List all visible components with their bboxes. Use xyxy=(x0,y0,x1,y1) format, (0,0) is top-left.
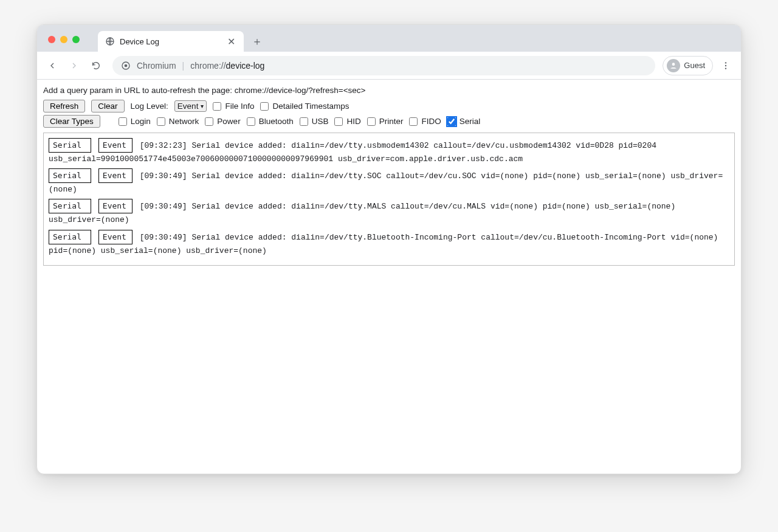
log-entry: Serial Event [09:30:49] Serial device ad… xyxy=(49,230,729,258)
controls-row-1: Refresh Clear Log Level: Event ▾ File In… xyxy=(43,100,735,112)
window-minimize-button[interactable] xyxy=(60,36,67,43)
log-level-tag: Event xyxy=(98,168,133,183)
bluetooth-checkbox[interactable] xyxy=(247,117,255,126)
clear-types-button[interactable]: Clear Types xyxy=(43,115,100,128)
log-entry: Serial Event [09:30:49] Serial device ad… xyxy=(49,199,729,227)
refresh-button[interactable]: Refresh xyxy=(43,100,85,112)
log-type-tag: Serial xyxy=(49,138,91,153)
log-time: [09:30:49] xyxy=(140,202,187,211)
serial-checkbox[interactable] xyxy=(447,117,456,126)
log-level-tag: Event xyxy=(98,230,133,244)
type-serial[interactable]: Serial xyxy=(447,117,481,126)
browser-toolbar: Chromium | chrome://device-log Guest xyxy=(37,52,741,80)
hid-checkbox[interactable] xyxy=(334,117,343,126)
chromium-icon xyxy=(121,61,131,71)
browser-window: Device Log ✕ ＋ Chromium | chrome://devic… xyxy=(36,24,742,474)
new-tab-button[interactable]: ＋ xyxy=(249,33,266,50)
login-checkbox[interactable] xyxy=(119,117,127,126)
address-bar[interactable]: Chromium | chrome://device-log xyxy=(112,56,655,75)
refresh-hint: Add a query param in URL to auto-refresh… xyxy=(43,86,735,95)
window-close-button[interactable] xyxy=(48,36,55,43)
log-type-tag: Serial xyxy=(49,199,91,213)
avatar-icon xyxy=(667,59,680,72)
fileinfo-checkbox[interactable] xyxy=(213,102,221,111)
log-panel: Serial Event [09:32:23] Serial device ad… xyxy=(43,133,735,266)
menu-button[interactable] xyxy=(717,57,735,75)
network-checkbox[interactable] xyxy=(157,117,165,126)
detailed-timestamps-checkbox-label[interactable]: Detailed Timestamps xyxy=(260,102,349,111)
omnibox-scheme: Chromium xyxy=(137,61,176,71)
svg-point-2 xyxy=(125,64,128,67)
type-bluetooth[interactable]: Bluetooth xyxy=(247,117,294,126)
back-button[interactable] xyxy=(43,57,61,75)
printer-checkbox[interactable] xyxy=(367,117,376,126)
svg-point-5 xyxy=(725,64,726,66)
fileinfo-checkbox-label[interactable]: File Info xyxy=(213,102,254,111)
svg-point-3 xyxy=(672,63,675,66)
log-level-tag: Event xyxy=(98,199,133,213)
tab-close-button[interactable]: ✕ xyxy=(226,35,236,49)
loglevel-value: Event xyxy=(177,102,199,111)
page-content: Add a query param in URL to auto-refresh… xyxy=(37,80,741,474)
forward-button[interactable] xyxy=(65,57,83,75)
type-fido[interactable]: FIDO xyxy=(409,117,441,126)
window-maximize-button[interactable] xyxy=(72,36,80,43)
clear-button[interactable]: Clear xyxy=(91,100,124,112)
log-entry: Serial Event [09:32:23] Serial device ad… xyxy=(49,138,729,166)
usb-checkbox[interactable] xyxy=(300,117,308,126)
type-usb[interactable]: USB xyxy=(300,117,329,126)
loglevel-label: Log Level: xyxy=(131,102,168,111)
log-level-tag: Event xyxy=(98,138,133,153)
globe-icon xyxy=(105,36,115,46)
reload-button[interactable] xyxy=(87,57,105,75)
log-time: [09:32:23] xyxy=(140,141,187,150)
log-entry: Serial Event [09:30:49] Serial device ad… xyxy=(49,168,729,196)
fido-checkbox[interactable] xyxy=(409,117,418,126)
type-login[interactable]: Login xyxy=(119,117,151,126)
power-checkbox[interactable] xyxy=(205,117,213,126)
type-power[interactable]: Power xyxy=(205,117,240,126)
omnibox-separator: | xyxy=(182,61,185,71)
detailed-timestamps-checkbox[interactable] xyxy=(260,102,269,111)
log-time: [09:30:49] xyxy=(140,233,187,242)
type-printer[interactable]: Printer xyxy=(367,117,404,126)
loglevel-select[interactable]: Event ▾ xyxy=(174,100,207,112)
window-controls xyxy=(42,36,86,52)
controls-row-2: Clear Types Login Network Power Bluetoot… xyxy=(43,115,735,128)
omnibox-url: chrome://device-log xyxy=(190,61,264,71)
type-network[interactable]: Network xyxy=(157,117,199,126)
log-type-tag: Serial xyxy=(49,168,91,183)
log-time: [09:30:49] xyxy=(140,171,187,181)
browser-tab[interactable]: Device Log ✕ xyxy=(98,31,244,52)
tab-title: Device Log xyxy=(120,37,221,46)
type-hid[interactable]: HID xyxy=(334,117,360,126)
chevron-down-icon: ▾ xyxy=(201,103,204,109)
svg-point-6 xyxy=(725,67,726,69)
log-type-tag: Serial xyxy=(49,230,91,244)
profile-label: Guest xyxy=(684,61,705,70)
profile-chip[interactable]: Guest xyxy=(663,56,713,75)
tab-strip: Device Log ✕ ＋ xyxy=(37,25,741,52)
svg-point-4 xyxy=(725,62,726,63)
